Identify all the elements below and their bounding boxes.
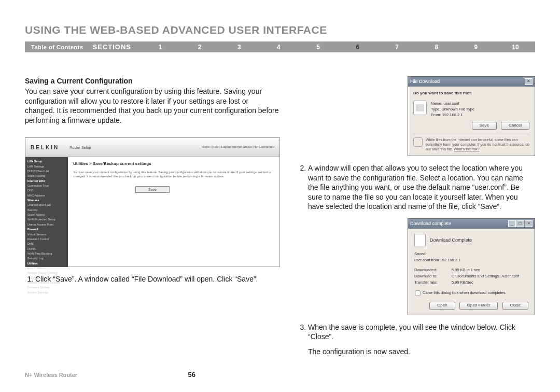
minimize-icon[interactable]: _: [508, 220, 516, 227]
breadcrumb: Utilities > Save/Backup current settings: [73, 161, 274, 167]
section-5[interactable]: 5: [298, 44, 338, 51]
type-value: Unknown File Type: [441, 107, 474, 111]
side-item: System Settings: [27, 290, 66, 295]
step-2: A window will open that allows you to se…: [308, 163, 535, 211]
side-item: LAN Settings: [27, 164, 66, 169]
dialog-title: File Download: [410, 79, 440, 85]
router-desc: You can save your current configuration …: [73, 170, 274, 179]
close-icon[interactable]: ✕: [525, 220, 533, 227]
side-item: Connection Type: [27, 184, 66, 188]
step-3: When the save is complete, you will see …: [308, 323, 535, 342]
section-2[interactable]: 2: [180, 44, 219, 51]
section-heading: Saving a Current Configuration: [25, 76, 280, 86]
download-complete-label: Download Complete: [430, 237, 472, 244]
saved-label: Saved:: [414, 251, 528, 257]
side-lan: LAN Setup: [27, 159, 66, 164]
side-item: Guest Access: [27, 213, 66, 217]
side-item: Restart Router: [27, 266, 66, 271]
risk-link[interactable]: What's the risk?: [454, 147, 480, 151]
download-complete-dialog: Download complete _ ▢ ✕ Download Complet…: [408, 218, 535, 315]
side-item: DNS: [27, 188, 66, 193]
side-item: DHCP Client List: [27, 169, 66, 174]
side-item: MAC Address: [27, 193, 66, 198]
open-folder-button[interactable]: Open Folder: [459, 302, 498, 310]
router-header-links: Home | Help | Logout Internet Status: No…: [201, 145, 274, 149]
side-item: Virtual Servers: [27, 232, 66, 237]
router-setup-label: Router Setup: [69, 145, 91, 150]
section-6[interactable]: 6: [338, 44, 377, 51]
side-item: Static Routing: [27, 174, 66, 178]
side-wireless: Wireless: [27, 198, 66, 203]
close-icon[interactable]: ✕: [525, 78, 533, 85]
document-icon: [414, 234, 426, 246]
close-button[interactable]: Close: [502, 302, 528, 310]
left-column: Saving a Current Configuration You can s…: [25, 76, 280, 356]
from-value: 192.168.2.1: [442, 113, 463, 117]
saved-value: user.conf from 192.168.2.1: [414, 258, 528, 263]
maximize-icon[interactable]: ▢: [516, 220, 524, 227]
section-9[interactable]: 9: [456, 44, 496, 51]
section-8[interactable]: 8: [417, 44, 456, 51]
steps-right-2: When the save is complete, you will see …: [298, 323, 535, 342]
dialog-title: Download complete: [410, 221, 451, 227]
name-label: Name:: [431, 101, 442, 106]
side-item: Security: [27, 208, 66, 213]
section-1[interactable]: 1: [141, 44, 180, 51]
file-download-dialog: File Download ✕ Do you want to save this…: [408, 76, 535, 156]
save-button[interactable]: Save: [472, 122, 497, 130]
side-item: Channel and SSID: [27, 203, 66, 207]
close-checkbox[interactable]: [415, 291, 420, 296]
close-checkbox-label: Close this dialog box when download comp…: [423, 291, 506, 296]
dialog-question: Do you want to save this file?: [413, 91, 529, 96]
final-note: The configuration is now saved.: [308, 347, 535, 356]
section-4[interactable]: 4: [259, 44, 298, 51]
step-1: Click “Save”. A window called “File Down…: [35, 274, 280, 284]
cancel-button[interactable]: Cancel: [501, 122, 529, 130]
type-label: Type:: [431, 107, 440, 111]
side-item: Firewall / Control: [27, 237, 66, 242]
downloadto-value: C:\Documents and Settings...\user.conf: [452, 273, 519, 279]
side-item: WAN Ping Blocking: [27, 251, 66, 256]
section-navbar: Table of Contents SECTIONS 1 2 3 4 5 6 7…: [25, 41, 535, 52]
section-3[interactable]: 3: [219, 44, 259, 51]
router-screenshot: BELKIN Router Setup Home | Help | Logout…: [25, 137, 280, 267]
sections-label: SECTIONS: [90, 43, 141, 51]
section-7[interactable]: 7: [377, 44, 417, 51]
file-icon: [413, 101, 427, 115]
shield-icon: [413, 137, 423, 147]
side-item: DDNS: [27, 247, 66, 251]
toc-link[interactable]: Table of Contents: [25, 44, 90, 50]
section-10[interactable]: 10: [496, 44, 535, 51]
page-number: 56: [77, 371, 306, 379]
side-item: DMZ: [27, 242, 66, 246]
intro-paragraph: You can save your current configuration …: [25, 87, 280, 125]
steps-left: Click “Save”. A window called “File Down…: [25, 274, 280, 284]
side-utilities: Utilities: [27, 261, 66, 266]
steps-right: A window will open that allows you to se…: [298, 163, 535, 211]
page-title: USING THE WEB-BASED ADVANCED USER INTERF…: [25, 24, 535, 36]
router-sidebar: LAN Setup LAN Settings DHCP Client List …: [25, 157, 68, 267]
product-name: N+ Wireless Router: [25, 372, 77, 378]
downloaded-value: 5.99 KB in 1 sec: [452, 267, 480, 273]
side-wan: Internet WAN: [27, 179, 66, 184]
belkin-logo: BELKIN: [31, 144, 59, 151]
downloadto-label: Download to:: [414, 273, 452, 279]
name-value: user.conf: [443, 101, 459, 106]
transferrate-value: 5.99 KB/Sec: [452, 279, 473, 286]
right-column: File Download ✕ Do you want to save this…: [298, 76, 535, 356]
side-item: Security Log: [27, 256, 66, 261]
side-item: Use as Access Point: [27, 222, 66, 227]
router-save-button[interactable]: Save: [135, 186, 170, 193]
from-label: From:: [431, 113, 441, 117]
open-button[interactable]: Open: [429, 302, 455, 310]
side-item: Wi-Fi Protected Setup: [27, 217, 66, 222]
side-firewall: Firewall: [27, 227, 66, 232]
side-item: Firmware Update: [27, 285, 66, 290]
transferrate-label: Transfer rate:: [414, 279, 452, 286]
downloaded-label: Downloaded:: [414, 267, 452, 273]
